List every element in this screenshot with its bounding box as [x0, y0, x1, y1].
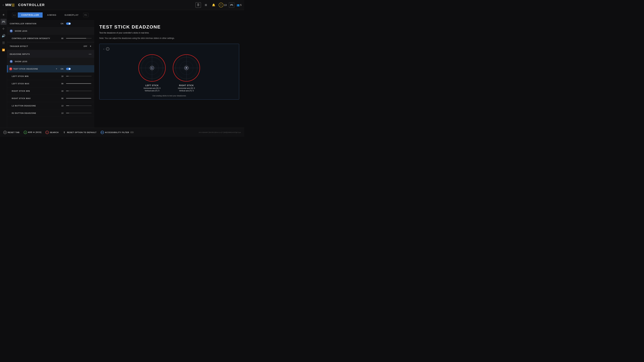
- show-less-1-label: SHOW LESS: [15, 30, 92, 32]
- add-star-icon: △: [24, 131, 27, 134]
- left-stick-max-slider[interactable]: [66, 83, 92, 84]
- right-stick-max-value: 99: [58, 97, 65, 99]
- use-analog-text: Use analog sticks to test your deadzones: [104, 95, 235, 97]
- sidebar-item-network[interactable]: 📶: [0, 47, 6, 53]
- bottom-bar: ⊙ RESET TAB △ ADD ★ [8/15] □ SEARCH ⬆ RE…: [0, 128, 244, 137]
- test-stick-toggle[interactable]: [66, 68, 71, 70]
- right-stick-min-row[interactable]: RIGHT STICK MIN 10: [7, 87, 94, 95]
- tab-aiming[interactable]: AIMING: [44, 12, 60, 17]
- l2-deadzone-row[interactable]: L2 BUTTON DEADZONE 13: [7, 102, 94, 109]
- l2-deadzone-label: L2 BUTTON DEADZONE: [12, 105, 58, 107]
- vibration-intensity-row[interactable]: CONTROLLER VIBRATION INTENSITY 80: [7, 35, 94, 42]
- trigger-effect-right: OFF ▼: [58, 45, 92, 47]
- trigger-effect-value: OFF: [58, 45, 88, 47]
- show-less-1-row[interactable]: B SHOW LESS: [7, 27, 94, 35]
- controller-icon[interactable]: 🎮: [229, 2, 234, 8]
- star-favorite-icon[interactable]: ★: [56, 68, 57, 70]
- show-less-2-row[interactable]: B SHOW LESS: [7, 58, 94, 65]
- database-icon[interactable]: 🗄: [196, 2, 201, 8]
- right-stick-min-value: 10: [58, 90, 65, 92]
- notification-icon[interactable]: 🔔: [211, 2, 216, 8]
- dropdown-arrow-icon: ▼: [90, 45, 92, 47]
- r2-deadzone-fill: [66, 113, 69, 113]
- add-star-action[interactable]: △ ADD ★ [8/15]: [24, 131, 42, 134]
- controller-vibration-row[interactable]: CONTROLLER VIBRATION ON: [7, 20, 94, 27]
- page-title: CONTROLLER: [18, 3, 45, 7]
- vibration-intensity-label: CONTROLLER VIBRATION INTENSITY: [12, 37, 58, 39]
- tab-next-button[interactable]: R1: [83, 13, 88, 17]
- tab-prev-button[interactable]: L1: [12, 13, 17, 17]
- left-stick-visual: L: [137, 53, 167, 83]
- profile-circle: ⚙: [219, 3, 224, 7]
- r2-deadzone-label: R2 BUTTON DEADZONE: [12, 112, 58, 114]
- test-stick-right: ON: [58, 68, 92, 70]
- reset-option-icon: ⬆: [63, 131, 66, 134]
- grid-icon[interactable]: ⊞: [203, 2, 209, 8]
- left-stick-min-fill: [66, 76, 68, 76]
- tabs-bar: L1 CONTROLLER AIMING GAMEPLAY R1: [7, 10, 244, 20]
- r2-deadzone-right: 13: [58, 112, 92, 114]
- reset-option-action[interactable]: ⬆ RESET OPTION TO DEFAULT: [63, 131, 96, 134]
- left-stick-min-value: 10: [58, 75, 65, 77]
- left-stick-min-row[interactable]: LEFT STICK MIN 10: [7, 72, 94, 80]
- reset-tab-action[interactable]: ⊙ RESET TAB: [3, 131, 20, 134]
- right-stick-svg: R: [172, 53, 201, 83]
- deadzone-desc: Test the deadzone of your controller's s…: [99, 31, 239, 34]
- tab-controller[interactable]: CONTROLLER: [18, 12, 42, 17]
- right-stick-min-slider[interactable]: [66, 91, 92, 91]
- accessibility-icon: PS: [100, 131, 104, 134]
- l2-deadzone-slider[interactable]: [66, 105, 92, 106]
- vibration-intensity-slider[interactable]: [66, 38, 92, 38]
- sidebar-item-audio[interactable]: 🔊: [0, 33, 6, 39]
- settings-list: CONTROLLER VIBRATION ON B SHOW LESS CONT…: [7, 20, 94, 128]
- deadzone-title: TEST STICK DEADZONE: [99, 24, 239, 30]
- deadzone-note: Note: You can adjust the deadzones using…: [99, 37, 239, 40]
- x-button-icon: ✕: [9, 67, 12, 70]
- back-button[interactable]: ‹: [3, 3, 4, 7]
- controller-vibration-right: ON: [58, 22, 92, 25]
- sticks-row: L LEFT STICK Horizontal axis [X]: 0 Vert…: [104, 53, 235, 92]
- right-stick-min-fill: [66, 91, 68, 91]
- sidebar-item-list[interactable]: ☰: [0, 40, 6, 46]
- show-less-1-icon: B: [10, 29, 13, 32]
- tab-gameplay[interactable]: GAMEPLAY: [61, 12, 82, 17]
- sidebar-item-controller[interactable]: 🎮: [0, 19, 6, 25]
- trigger-effect-label: TRIGGER EFFECT: [10, 45, 58, 47]
- stick-display-top: ‹ ⊙: [104, 47, 235, 51]
- chevron-left-icon[interactable]: ‹: [104, 48, 104, 50]
- topbar-left: ‹ MW ||| CONTROLLER: [3, 3, 45, 7]
- right-stick-max-right: 99: [58, 97, 92, 99]
- r2-deadzone-row[interactable]: R2 BUTTON DEADZONE 13: [7, 109, 94, 117]
- right-stick-max-row[interactable]: RIGHT STICK MAX 99: [7, 95, 94, 102]
- accessibility-toggle[interactable]: [130, 131, 134, 133]
- left-stick-min-label: LEFT STICK MIN: [12, 75, 58, 77]
- topbar: ‹ MW ||| CONTROLLER 🗄 ⊞ 🔔 ⚙ 13 🎮 👥 5: [0, 0, 244, 10]
- controller-vibration-toggle[interactable]: [66, 22, 71, 25]
- left-stick-min-slider[interactable]: [66, 76, 92, 76]
- test-stick-deadzone-row[interactable]: ✕ TEST STICK DEADZONE ★ ON: [7, 65, 94, 72]
- controller-vibration-label: CONTROLLER VIBRATION: [10, 23, 58, 25]
- controller-badge: 🎮: [229, 2, 234, 8]
- left-stick-name: LEFT STICK: [144, 84, 160, 87]
- test-stick-label: TEST STICK DEADZONE: [13, 68, 55, 70]
- settings-panel: CONTROLLER VIBRATION ON B SHOW LESS CONT…: [7, 20, 244, 128]
- camera-icon: ⊙: [106, 47, 109, 51]
- right-stick-visual: R: [172, 53, 201, 83]
- profile-badge[interactable]: ⚙ 13: [219, 3, 227, 7]
- search-action[interactable]: □ SEARCH: [46, 131, 58, 134]
- svg-text:L: L: [152, 67, 152, 69]
- sidebar: ★ 🎮 ✛ 🔊 ☰ 📶: [0, 10, 7, 128]
- left-stick-max-row[interactable]: LEFT STICK MAX 99: [7, 80, 94, 87]
- vibration-intensity-value: 80: [58, 37, 65, 39]
- trigger-effect-row[interactable]: TRIGGER EFFECT OFF ▼: [7, 42, 94, 50]
- r2-deadzone-slider[interactable]: [66, 113, 92, 113]
- right-stick-max-slider[interactable]: [66, 98, 92, 98]
- sidebar-item-crosshair[interactable]: ✛: [0, 26, 6, 32]
- left-stick-max-right: 99: [58, 83, 92, 85]
- sidebar-item-favorites[interactable]: ★: [0, 12, 6, 18]
- accessibility-action[interactable]: PS ACCESSIBILITY FILTER: [100, 131, 134, 134]
- deadzone-inputs-row: DEADZONE INPUTS —: [7, 50, 94, 58]
- accessibility-label: ACCESSIBILITY FILTER: [105, 131, 129, 133]
- right-stick-container: R RIGHT STICK Horizontal axis [X]: 0 Ver…: [172, 53, 201, 92]
- left-stick-info: LEFT STICK Horizontal axis [X]: 0 Vertic…: [144, 84, 160, 92]
